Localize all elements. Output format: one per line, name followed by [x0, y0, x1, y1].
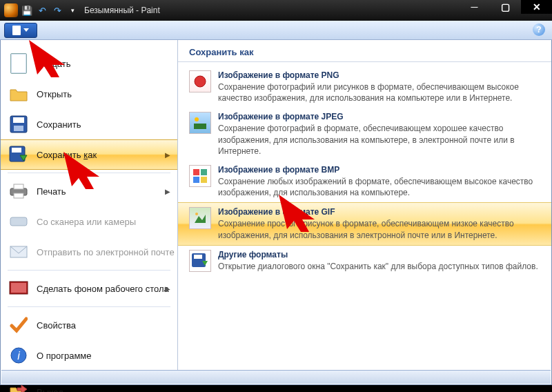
- menu-label: Со сканера или камеры: [37, 217, 136, 227]
- submenu-arrow-icon: ▶: [165, 285, 170, 293]
- menu-label: О программе: [37, 351, 92, 361]
- menu-wallpaper[interactable]: Сделать фоном рабочего стола ▶: [1, 273, 177, 304]
- format-gif[interactable]: Изображение в формате GIF Сохранение про…: [178, 202, 551, 245]
- other-format-icon: [189, 250, 211, 272]
- wallpaper-icon: [9, 279, 28, 298]
- redo-icon[interactable]: ↷: [51, 4, 63, 17]
- save-floppy-icon: [9, 115, 28, 134]
- open-folder-icon: [9, 84, 28, 104]
- menu-scanner: Со сканера или камеры: [1, 206, 177, 237]
- menu-label: Выход: [37, 387, 63, 393]
- app-menu-button[interactable]: [4, 23, 37, 38]
- svg-point-14: [195, 76, 206, 87]
- exit-icon: [9, 382, 28, 392]
- format-desc: Сохранение фотографий или рисунков в фор…: [218, 81, 540, 104]
- menu-label: Печать: [37, 186, 66, 197]
- format-desc: Сохранение любых изображений в формате, …: [218, 176, 540, 198]
- format-desc: Сохранение фотографий в формате, обеспеч…: [218, 123, 540, 157]
- format-title: Изображение в формате GIF: [218, 207, 540, 217]
- svg-rect-1: [13, 117, 24, 123]
- svg-rect-19: [193, 177, 199, 183]
- menu-open[interactable]: Открыть: [1, 79, 177, 109]
- app-menu-panel: Создать Открыть Сохранить Сохранить как: [0, 40, 552, 385]
- format-other[interactable]: Другие форматы Открытие диалогового окна…: [178, 246, 551, 276]
- gif-icon: [189, 207, 211, 229]
- document-icon: [12, 26, 21, 35]
- menu-label: Свойства: [37, 320, 76, 331]
- jpeg-icon: [189, 112, 211, 134]
- checkmark-icon: [9, 315, 28, 335]
- app-icon: [4, 3, 18, 17]
- quick-access-toolbar: 💾 ↶ ↷ ▾: [21, 4, 79, 17]
- save-icon[interactable]: 💾: [21, 4, 33, 17]
- png-icon: [189, 70, 211, 92]
- menu-label: Сделать фоном рабочего стола: [37, 284, 169, 294]
- app-menu-list: Создать Открыть Сохранить Сохранить как: [1, 40, 178, 371]
- panel-footer: [1, 370, 551, 384]
- ribbon-header: ?: [0, 21, 552, 40]
- customize-qat-icon[interactable]: ▾: [66, 4, 79, 17]
- format-desc: Сохранение простого рисунок в формате, о…: [218, 218, 540, 240]
- format-title: Изображение в формате PNG: [218, 70, 540, 80]
- format-jpeg[interactable]: Изображение в формате JPEG Сохранение фо…: [178, 108, 551, 161]
- svg-rect-15: [194, 124, 206, 129]
- titlebar: 💾 ↶ ↷ ▾ Безымянный - Paint ─ ▢ ✕: [0, 0, 552, 21]
- svg-rect-20: [201, 177, 207, 183]
- menu-print[interactable]: Печать ▶: [1, 176, 177, 206]
- svg-rect-8: [10, 217, 27, 226]
- menu-label: Сохранить: [37, 119, 81, 130]
- new-file-icon: [9, 54, 28, 73]
- svg-rect-7: [14, 193, 23, 198]
- minimize-button[interactable]: ─: [459, 0, 490, 14]
- svg-rect-11: [11, 283, 26, 293]
- svg-text:i: i: [17, 350, 20, 362]
- menu-about[interactable]: i О программе: [1, 340, 177, 371]
- format-title: Изображение в формате JPEG: [218, 112, 540, 121]
- svg-point-16: [195, 117, 199, 121]
- scanner-icon: [9, 212, 28, 231]
- svg-rect-6: [14, 184, 23, 189]
- menu-label: Отправить по электронной почте: [37, 247, 175, 257]
- format-desc: Открытие диалогового окна "Сохранить как…: [218, 261, 540, 272]
- submenu-arrow-icon: ▶: [165, 188, 170, 195]
- window-controls: ─ ▢ ✕: [459, 0, 552, 14]
- email-icon: [9, 242, 28, 262]
- svg-rect-17: [193, 169, 199, 175]
- menu-email: Отправить по электронной почте: [1, 237, 177, 267]
- menu-new[interactable]: Создать: [1, 48, 177, 79]
- menu-label: Создать: [37, 59, 70, 69]
- format-title: Другие форматы: [218, 250, 540, 259]
- save-as-icon: [9, 145, 28, 164]
- close-button[interactable]: ✕: [521, 0, 552, 14]
- format-title: Изображение в формате BMP: [218, 165, 540, 175]
- info-icon: i: [9, 346, 28, 365]
- help-button[interactable]: ?: [533, 23, 545, 36]
- svg-point-21: [195, 213, 198, 215]
- format-png[interactable]: Изображение в формате PNG Сохранение фот…: [178, 66, 551, 108]
- save-as-pane: Сохранить как Изображение в формате PNG …: [178, 40, 551, 384]
- dropdown-triangle-icon: [23, 28, 29, 32]
- menu-label: Открыть: [37, 89, 72, 99]
- pane-header: Сохранить как: [178, 47, 551, 62]
- format-bmp[interactable]: Изображение в формате BMP Сохранение люб…: [178, 161, 551, 202]
- menu-save[interactable]: Сохранить: [1, 109, 177, 139]
- menu-save-as[interactable]: Сохранить как ▶: [1, 139, 177, 170]
- printer-icon: [9, 182, 28, 201]
- window-title: Безымянный - Paint: [84, 6, 160, 15]
- menu-label: Сохранить как: [37, 150, 97, 160]
- svg-rect-18: [201, 169, 207, 175]
- undo-icon[interactable]: ↶: [36, 4, 48, 17]
- svg-rect-2: [14, 126, 23, 131]
- bmp-icon: [189, 165, 211, 187]
- svg-rect-23: [194, 255, 202, 259]
- submenu-arrow-icon: ▶: [165, 151, 170, 159]
- maximize-button[interactable]: ▢: [490, 0, 521, 14]
- svg-rect-4: [12, 148, 21, 153]
- menu-properties[interactable]: Свойства: [1, 310, 177, 340]
